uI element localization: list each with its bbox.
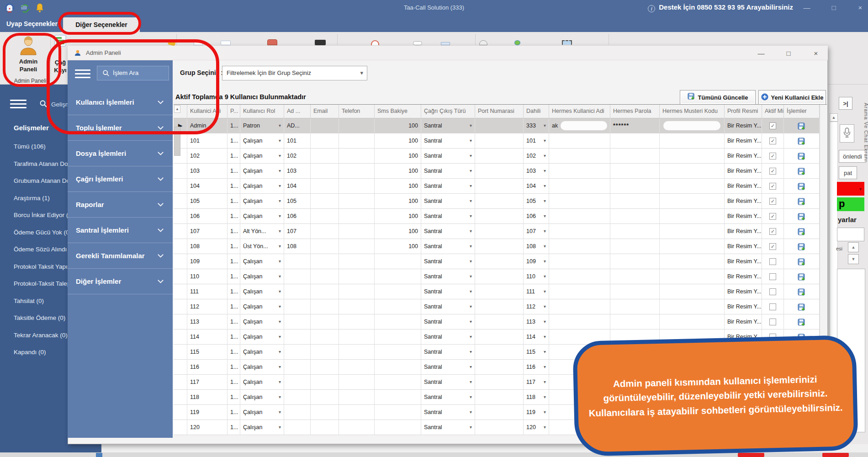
column-header[interactable]: Hermes Kullanici Adi [549, 105, 610, 118]
save-user-button[interactable] [798, 152, 806, 164]
cell-hermes-kullanici-adi[interactable] [549, 314, 610, 329]
cell-dahili-dropdown[interactable]: 106▾ [524, 209, 549, 224]
admin-menu-item[interactable]: Kullanıcı İşlemleri [68, 90, 173, 115]
cell-dahili-dropdown[interactable]: 101▾ [524, 133, 549, 149]
save-user-button[interactable] [798, 272, 806, 284]
microphone-button[interactable] [840, 124, 854, 143]
table-row[interactable]: 1031...Çalışan▾103100Santral▾103▾Bir Res… [174, 164, 827, 179]
table-row[interactable]: 1051...Çalışan▾105100Santral▾105▾Bir Res… [174, 194, 827, 209]
column-header[interactable]: Ad ... [284, 105, 311, 118]
cell-hermes-musteri-kodu[interactable] [660, 314, 725, 329]
cell-dahili-dropdown[interactable]: 116▾ [524, 360, 549, 375]
save-user-button[interactable] [798, 287, 806, 299]
admin-search-input[interactable]: İşlem Ara [97, 66, 169, 80]
cell-hermes-parola[interactable] [610, 284, 660, 299]
cell-kullanici-rol-dropdown[interactable]: Çalışan▾ [240, 194, 284, 209]
cell-dahili-dropdown[interactable]: 119▾ [524, 405, 549, 420]
save-user-button[interactable] [798, 137, 806, 149]
admin-hamburger-icon[interactable] [75, 69, 90, 80]
active-checkbox[interactable] [769, 288, 776, 295]
cell-profil-resmi[interactable]: Bir Resim Y... [725, 149, 762, 164]
cell-dahili-dropdown[interactable]: 110▾ [524, 269, 549, 284]
cell-kullanici-rol-dropdown[interactable]: Çalışan▾ [240, 164, 284, 179]
cell-profil-resmi[interactable]: Bir Resim Y... [725, 269, 762, 284]
column-header[interactable]: Hermes Musteri Kodu [660, 105, 725, 118]
save-user-button[interactable] [798, 227, 806, 239]
cell-profil-resmi[interactable]: Bir Resim Y... [725, 179, 762, 194]
cell-kullanici-rol-dropdown[interactable]: Çalışan▾ [240, 329, 284, 345]
cell-hermes-parola[interactable]: ****** [610, 118, 660, 133]
save-user-button[interactable] [798, 318, 806, 329]
scroll-up-icon[interactable]: ▲ [830, 113, 838, 122]
cell-hermes-parola[interactable] [610, 224, 660, 239]
admin-panel-button[interactable]: Admin Paneli [5, 35, 51, 79]
cell-dahili-dropdown[interactable]: 333▾ [524, 118, 549, 133]
cell-hermes-parola[interactable] [610, 149, 660, 164]
cell-cagri-cikis-dropdown[interactable]: Santral▾ [421, 254, 475, 269]
active-checkbox[interactable] [769, 303, 776, 310]
column-header[interactable]: Profil Resmi [725, 105, 762, 118]
cell-cagri-cikis-dropdown[interactable]: Santral▾ [421, 345, 475, 360]
cell-profil-resmi[interactable]: Bir Resim Y... [725, 239, 762, 254]
save-user-button[interactable] [798, 257, 806, 269]
cell-profil-resmi[interactable]: Bir Resim Y... [725, 209, 762, 224]
status-red-bar[interactable]: ▾ [837, 182, 864, 196]
cell-hermes-kullanici-adi[interactable] [549, 149, 610, 164]
cell-hermes-musteri-kodu[interactable] [660, 133, 725, 149]
cell-hermes-kullanici-adi[interactable] [549, 164, 610, 179]
cell-dahili-dropdown[interactable]: 113▾ [524, 314, 549, 329]
cell-kullanici-rol-dropdown[interactable]: Çalışan▾ [240, 209, 284, 224]
table-row[interactable]: 1041...Çalışan▾104100Santral▾104▾Bir Res… [174, 179, 827, 194]
cell-dahili-dropdown[interactable]: 109▾ [524, 254, 549, 269]
table-row[interactable]: 1061...Çalışan▾106100Santral▾106▾Bir Res… [174, 209, 827, 224]
active-checkbox[interactable]: ✓ [769, 153, 776, 159]
cell-profil-resmi[interactable]: Bir Resim Y... [725, 314, 762, 329]
cell-cagri-cikis-dropdown[interactable]: Santral▾ [421, 360, 475, 375]
column-header[interactable]: Kullanici Adi [187, 105, 228, 118]
cell-cagri-cikis-dropdown[interactable]: Santral▾ [421, 209, 475, 224]
admin-menu-item[interactable]: Toplu İşlemler [68, 115, 173, 141]
maximize-button[interactable]: □ [826, 4, 842, 11]
cell-kullanici-rol-dropdown[interactable]: Patron▾ [240, 118, 284, 133]
column-header[interactable]: Aktif Mi [762, 105, 784, 118]
cell-hermes-musteri-kodu[interactable] [660, 164, 725, 179]
cell-cagri-cikis-dropdown[interactable]: Santral▾ [421, 164, 475, 179]
cell-kullanici-rol-dropdown[interactable]: Çalışan▾ [240, 133, 284, 149]
cell-cagri-cikis-dropdown[interactable]: Santral▾ [421, 133, 475, 149]
cell-kullanici-rol-dropdown[interactable]: Çalışan▾ [240, 149, 284, 164]
scroll-up-icon[interactable]: ▲ [174, 105, 180, 113]
minimize-button[interactable]: — [799, 4, 815, 11]
cell-kullanici-rol-dropdown[interactable]: Çalışan▾ [240, 345, 284, 360]
column-header[interactable]: Port Numarasi [475, 105, 524, 118]
cell-kullanici-rol-dropdown[interactable]: Çalışan▾ [240, 390, 284, 405]
call-records-button-partial[interactable]: ÇağKayı [51, 35, 69, 79]
cell-hermes-parola[interactable] [610, 314, 660, 329]
column-header[interactable]: Kullanıcı Rol [240, 105, 284, 118]
cell-kullanici-rol-dropdown[interactable]: Çalışan▾ [240, 284, 284, 299]
cell-kullanici-rol-dropdown[interactable]: Çalışan▾ [240, 375, 284, 390]
cell-hermes-musteri-kodu[interactable] [660, 269, 725, 284]
menu-uyap-secenekler[interactable]: Uyap Seçenekler [6, 20, 58, 27]
cell-dahili-dropdown[interactable]: 103▾ [524, 164, 549, 179]
cell-dahili-dropdown[interactable]: 118▾ [524, 390, 549, 405]
cell-hermes-kullanici-adi[interactable] [549, 133, 610, 149]
admin-menu-item[interactable]: Dosya İşlemleri [68, 141, 173, 166]
cell-cagri-cikis-dropdown[interactable]: Santral▾ [421, 239, 475, 254]
table-row[interactable]: 1071...Alt Yön...▾107100Santral▾107▾Bir … [174, 224, 827, 239]
cell-dahili-dropdown[interactable]: 105▾ [524, 194, 549, 209]
cell-profil-resmi[interactable]: Bir Resim Y... [725, 118, 762, 133]
cell-cagri-cikis-dropdown[interactable]: Santral▾ [421, 314, 475, 329]
new-user-button[interactable]: Yeni Kullanici Ekle [758, 90, 826, 105]
hermes-code-input[interactable] [663, 121, 720, 130]
cell-kullanici-rol-dropdown[interactable]: Üst Yön...▾ [240, 239, 284, 254]
cell-cagri-cikis-dropdown[interactable]: Santral▾ [421, 299, 475, 314]
cell-hermes-musteri-kodu[interactable] [660, 284, 725, 299]
admin-menu-item[interactable]: Santral İşlemleri [68, 218, 173, 243]
cell-hermes-kullanici-adi[interactable] [549, 254, 610, 269]
cell-hermes-musteri-kodu[interactable] [660, 254, 725, 269]
column-header[interactable]: Email [311, 105, 339, 118]
cell-dahili-dropdown[interactable]: 108▾ [524, 239, 549, 254]
cell-kullanici-rol-dropdown[interactable]: Çalışan▾ [240, 179, 284, 194]
cell-kullanici-rol-dropdown[interactable]: Çalışan▾ [240, 254, 284, 269]
cell-hermes-parola[interactable] [610, 179, 660, 194]
